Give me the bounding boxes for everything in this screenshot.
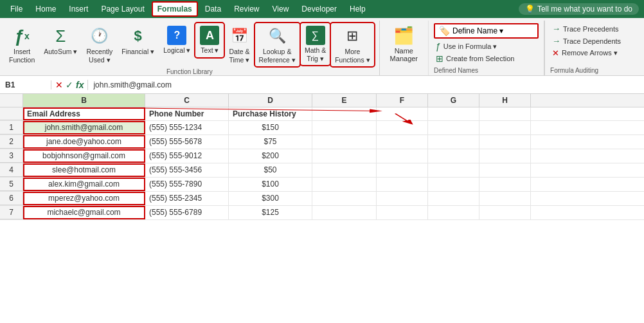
cell-header-g[interactable] — [428, 107, 479, 120]
col-header-c[interactable]: C — [145, 94, 229, 107]
remove-arrows-btn[interactable]: ✕ Remove Arrows ▾ — [550, 48, 644, 59]
insert-function-btn[interactable]: ƒx InsertFunction — [5, 23, 39, 66]
cell-2-g[interactable] — [428, 135, 479, 149]
menu-file[interactable]: File — [5, 2, 28, 16]
cell-1-d[interactable]: $150 — [229, 121, 312, 134]
cell-3-h[interactable] — [479, 149, 531, 163]
cell-reference-box[interactable]: B1 — [0, 80, 51, 89]
cell-6-e[interactable] — [312, 192, 377, 205]
menu-help[interactable]: Help — [344, 2, 371, 16]
cell-3-f[interactable] — [377, 149, 428, 163]
menu-review[interactable]: Review — [229, 2, 264, 16]
cell-4-c[interactable]: (555) 555-3456 — [145, 163, 229, 177]
col-header-e[interactable]: E — [312, 94, 377, 107]
cell-4-f[interactable] — [377, 163, 428, 177]
trace-precedents-btn[interactable]: → Trace Precedents — [550, 23, 644, 34]
cell-3-d[interactable]: $200 — [229, 149, 312, 163]
col-header-f[interactable]: F — [377, 94, 428, 107]
lookup-reference-btn[interactable]: 🔍 Lookup &Reference ▾ — [255, 23, 300, 66]
math-trig-btn[interactable]: ∑ Math &Trig ▾ — [301, 23, 330, 65]
name-manager-btn[interactable]: 🗂️ NameManager — [385, 23, 423, 65]
financial-btn[interactable]: $ Financial ▾ — [118, 23, 158, 59]
cell-7-h[interactable] — [479, 206, 531, 219]
cell-3-e[interactable] — [312, 149, 377, 163]
cell-3-c[interactable]: (555) 555-9012 — [145, 149, 229, 163]
cell-header-b[interactable]: Email Address — [23, 107, 145, 120]
more-functions-btn[interactable]: ⊞ MoreFunctions ▾ — [331, 23, 373, 66]
cell-5-c[interactable]: (555) 555-7890 — [145, 178, 229, 191]
menu-formulas[interactable]: Formulas — [152, 2, 197, 16]
cell-1-g[interactable] — [428, 121, 479, 134]
cell-header-c[interactable]: Phone Number — [145, 107, 229, 120]
cell-2-f[interactable] — [377, 135, 428, 149]
cell-2-e[interactable] — [312, 135, 377, 149]
formula-input[interactable]: john.smith@gmail.com — [88, 80, 644, 89]
cell-header-f[interactable] — [377, 107, 428, 120]
cell-6-c[interactable]: (555) 555-2345 — [145, 192, 229, 205]
cancel-icon[interactable]: ✕ — [55, 80, 63, 90]
cell-2-d[interactable]: $75 — [229, 135, 312, 149]
logical-btn[interactable]: ? Logical ▾ — [159, 23, 194, 57]
row-header-3: 3 — [0, 149, 23, 163]
cell-5-g[interactable] — [428, 178, 479, 191]
cell-header-h[interactable] — [479, 107, 531, 120]
autosum-btn[interactable]: Σ AutoSum ▾ — [40, 23, 81, 59]
cell-6-h[interactable] — [479, 192, 531, 205]
row-header-4: 4 — [0, 163, 23, 177]
cell-2-h[interactable] — [479, 135, 531, 149]
col-header-b[interactable]: B — [23, 94, 145, 107]
cell-7-e[interactable] — [312, 206, 377, 219]
cell-7-g[interactable] — [428, 206, 479, 219]
autosum-label: AutoSum ▾ — [44, 48, 77, 56]
cell-1-c[interactable]: (555) 555-1234 — [145, 121, 229, 134]
cell-1-e[interactable] — [312, 121, 377, 134]
date-time-btn[interactable]: 📅 Date &Time ▾ — [225, 23, 253, 66]
use-in-formula-btn[interactable]: ƒ Use in Formula ▾ — [434, 41, 539, 52]
cell-6-d[interactable]: $300 — [229, 192, 312, 205]
cell-1-f[interactable] — [377, 121, 428, 134]
confirm-icon[interactable]: ✓ — [66, 80, 73, 90]
text-btn[interactable]: A Text ▾ — [195, 23, 224, 57]
cell-3-g[interactable] — [428, 149, 479, 163]
cell-6-g[interactable] — [428, 192, 479, 205]
trace-dependents-btn[interactable]: → Trace Dependents — [550, 35, 644, 46]
cell-2-b[interactable]: jane.doe@yahoo.com — [23, 135, 145, 149]
cell-3-b[interactable]: bobjohnson@gmail.com — [23, 149, 145, 163]
cell-5-e[interactable] — [312, 178, 377, 191]
cell-4-h[interactable] — [479, 163, 531, 177]
cell-6-b[interactable]: mperez@yahoo.com — [23, 192, 145, 205]
cell-4-b[interactable]: slee@hotmail.com — [23, 163, 145, 177]
cell-5-d[interactable]: $100 — [229, 178, 312, 191]
cell-6-f[interactable] — [377, 192, 428, 205]
menu-page-layout[interactable]: Page Layout — [96, 2, 149, 16]
cell-2-c[interactable]: (555) 555-5678 — [145, 135, 229, 149]
menu-data[interactable]: Data — [200, 2, 226, 16]
cell-1-h[interactable] — [479, 121, 531, 134]
menu-insert[interactable]: Insert — [64, 2, 93, 16]
col-header-d[interactable]: D — [229, 94, 312, 107]
cell-7-b[interactable]: michaelc@gmail.com — [23, 206, 145, 219]
menu-view[interactable]: View — [267, 2, 294, 16]
cell-7-c[interactable]: (555) 555-6789 — [145, 206, 229, 219]
cell-4-d[interactable]: $50 — [229, 163, 312, 177]
cell-header-e[interactable] — [312, 107, 377, 120]
cell-5-h[interactable] — [479, 178, 531, 191]
menu-search-bar[interactable]: 💡 Tell me what you want to do — [519, 3, 639, 15]
create-from-selection-btn[interactable]: ⊞ Create from Selection — [434, 53, 539, 64]
define-name-btn[interactable]: 🏷️ Define Name ▾ — [434, 23, 539, 39]
cell-4-e[interactable] — [312, 163, 377, 177]
cell-5-f[interactable] — [377, 178, 428, 191]
formula-bar: B1 ✕ ✓ fx john.smith@gmail.com — [0, 76, 644, 94]
recently-used-btn[interactable]: 🕐 RecentlyUsed ▾ — [82, 23, 116, 66]
cell-7-d[interactable]: $125 — [229, 206, 312, 219]
cell-4-g[interactable] — [428, 163, 479, 177]
menu-developer[interactable]: Developer — [296, 2, 342, 16]
menu-home[interactable]: Home — [30, 2, 61, 16]
cell-7-f[interactable] — [377, 206, 428, 219]
col-header-h[interactable]: H — [479, 94, 531, 107]
cell-header-d[interactable]: Purchase History — [229, 107, 312, 120]
cell-5-b[interactable]: alex.kim@gmail.com — [23, 178, 145, 191]
cell-1-b[interactable]: john.smith@gmail.com — [23, 121, 145, 134]
col-header-g[interactable]: G — [428, 94, 479, 107]
function-library-buttons: ƒx InsertFunction Σ AutoSum ▾ 🕐 Recently… — [5, 23, 374, 66]
